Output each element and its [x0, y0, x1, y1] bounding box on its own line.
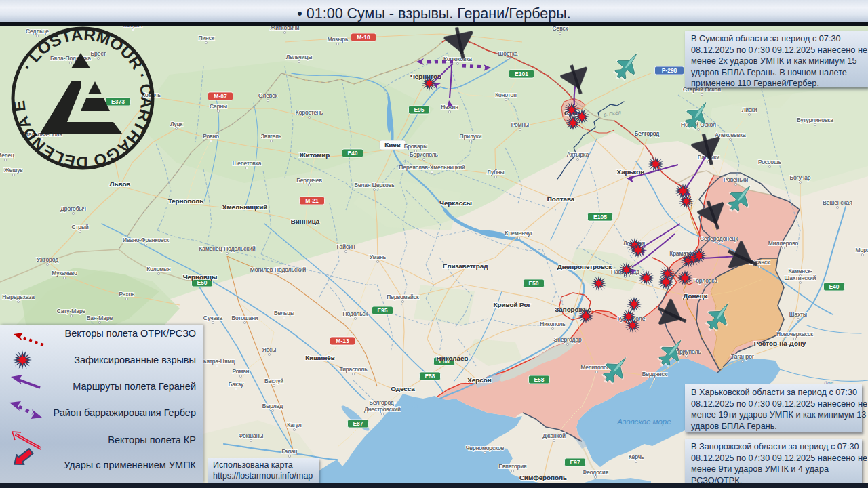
- svg-text:Черкассы: Черкассы: [439, 199, 472, 207]
- svg-text:E58: E58: [425, 373, 435, 380]
- svg-text:Винница: Винница: [291, 218, 320, 225]
- svg-text:E95: E95: [377, 307, 387, 314]
- svg-text:Ровно: Ровно: [203, 133, 219, 140]
- svg-text:E40: E40: [347, 150, 357, 157]
- svg-text:Керчь: Керчь: [629, 453, 644, 460]
- svg-text:Лубны: Лубны: [487, 169, 504, 176]
- svg-text:Киев: Киев: [384, 141, 400, 148]
- svg-text:Бакэу: Бакэу: [229, 381, 244, 388]
- svg-text:Сучава: Сучава: [203, 314, 223, 321]
- svg-text:E97: E97: [570, 459, 580, 466]
- svg-text:Пинск: Пинск: [198, 35, 214, 41]
- svg-text:M-07: M-07: [214, 93, 227, 100]
- svg-text:Белгород: Белгород: [635, 130, 659, 137]
- svg-text:M-10: M-10: [357, 34, 370, 41]
- svg-text:Сату-Маре: Сату-Маре: [57, 308, 86, 314]
- svg-text:M-21: M-21: [305, 197, 319, 204]
- svg-text:E50: E50: [528, 280, 538, 287]
- svg-text:Бельцы: Бельцы: [274, 310, 294, 317]
- svg-text:Олевск: Олевск: [258, 92, 278, 99]
- svg-text:Елизаветград: Елизаветград: [443, 262, 488, 270]
- svg-text:Галац: Галац: [281, 448, 297, 455]
- svg-text:Северодонецк: Северодонецк: [700, 235, 738, 242]
- svg-text:Коростень: Коростень: [296, 109, 323, 116]
- svg-text:Первомайск: Первомайск: [387, 293, 419, 300]
- svg-text:Донецк: Донецк: [683, 292, 707, 300]
- svg-text:Звягель: Звягель: [261, 133, 282, 140]
- svg-text:Полтава: Полтава: [547, 195, 575, 203]
- svg-text:Кагул: Кагул: [287, 422, 302, 428]
- svg-text:E95: E95: [414, 106, 424, 113]
- svg-text:E105: E105: [593, 214, 607, 220]
- svg-text:Тирасполь: Тирасполь: [339, 366, 368, 373]
- svg-text:Борисполь: Борисполь: [410, 151, 439, 158]
- svg-text:Днепропетровск: Днепропетровск: [557, 263, 612, 270]
- svg-text:Лиски: Лиски: [742, 106, 757, 113]
- svg-text:Богучар: Богучар: [789, 174, 810, 181]
- svg-text:Хмельницкий: Хмельницкий: [222, 203, 267, 211]
- svg-text:Львов: Львов: [110, 180, 131, 188]
- svg-text:Переяслав-Хмельницкий: Переяслав-Хмельницкий: [399, 164, 465, 171]
- svg-text:Мозырь: Мозырь: [328, 36, 349, 43]
- svg-text:Могилёв-Подольский: Могилёв-Подольский: [250, 266, 307, 273]
- svg-text:Тернополь: Тернополь: [168, 197, 204, 205]
- svg-text:Моро: Моро: [855, 247, 868, 253]
- svg-text:Бырлад: Бырлад: [262, 403, 283, 409]
- svg-text:Коломыя: Коломыя: [146, 266, 170, 272]
- svg-text:Сарны: Сарны: [210, 103, 227, 110]
- svg-text:Ивано-Франковск: Ивано-Франковск: [123, 237, 169, 243]
- svg-text:· LOSTARMOUR · CARTHAGO DELEND: · LOSTARMOUR · CARTHAGO DELENDA EST: [9, 25, 155, 171]
- svg-text:Ростов-на-Дону: Ростов-на-Дону: [754, 340, 806, 347]
- svg-text:Горловка: Горловка: [693, 277, 717, 284]
- svg-text:Кривой Рог: Кривой Рог: [494, 301, 531, 308]
- svg-text:Бровары: Бровары: [404, 143, 428, 150]
- svg-text:Херсон: Херсон: [467, 376, 491, 384]
- svg-text:Ахтырка: Ахтырка: [567, 151, 589, 158]
- svg-text:Кременчуг: Кременчуг: [505, 230, 533, 237]
- svg-text:Луцк: Луцк: [170, 121, 183, 127]
- svg-text:Севск: Севск: [553, 26, 568, 32]
- svg-text:Черновцы: Черновцы: [183, 273, 218, 281]
- svg-text:Симферополь: Симферополь: [519, 474, 567, 481]
- svg-text:Корюковка: Корюковка: [443, 56, 472, 62]
- svg-text:Дрогобыч: Дрогобыч: [60, 205, 86, 212]
- svg-text:Ромны: Ромны: [511, 121, 529, 128]
- svg-text:Белгород-: Белгород-: [369, 399, 395, 406]
- svg-text:Кишинёв: Кишинёв: [305, 354, 335, 361]
- svg-text:Бердянск: Бердянск: [642, 371, 667, 378]
- svg-text:Ровеньки: Ровеньки: [724, 176, 749, 183]
- svg-text:Миллерово: Миллерово: [768, 240, 799, 247]
- svg-text:Яссы: Яссы: [262, 346, 276, 353]
- svg-text:Умань: Умань: [370, 253, 387, 260]
- svg-text:Джанкой: Джанкой: [542, 432, 566, 439]
- svg-text:Никополь: Никополь: [540, 321, 566, 327]
- svg-text:E40: E40: [829, 283, 839, 290]
- svg-text:Житомир: Житомир: [299, 151, 330, 159]
- svg-text:P-298: P-298: [662, 67, 677, 74]
- svg-text:Прилуки: Прилуки: [460, 133, 482, 140]
- svg-text:Шостка: Шостка: [498, 50, 518, 57]
- svg-text:Евпатория: Евпатория: [498, 463, 526, 470]
- svg-text:Ботошани: Ботошани: [231, 314, 258, 321]
- svg-text:Бая-Маре: Бая-Маре: [87, 314, 113, 321]
- svg-text:Таганрог: Таганрог: [731, 353, 754, 360]
- svg-text:Мукачево: Мукачево: [52, 270, 77, 277]
- svg-text:Ныредьхаза: Ныредьхаза: [2, 293, 35, 300]
- svg-text:Васлуй: Васлуй: [264, 378, 284, 384]
- svg-text:Каменск-: Каменск-: [788, 268, 812, 274]
- svg-text:Стрый: Стрый: [71, 224, 89, 230]
- svg-text:Гайсин: Гайсин: [337, 243, 355, 250]
- svg-text:Конотоп: Конотоп: [495, 92, 517, 98]
- svg-text:Белая Церковь: Белая Церковь: [354, 182, 395, 188]
- svg-text:Шахты: Шахты: [789, 311, 807, 318]
- svg-text:E101: E101: [515, 70, 528, 77]
- svg-text:E87: E87: [353, 420, 363, 427]
- svg-text:Шахтинский: Шахтинский: [785, 274, 816, 281]
- svg-text:Азовское море: Азовское море: [616, 418, 671, 426]
- svg-text:Фокшаны: Фокшаны: [239, 432, 264, 439]
- svg-text:Шепетовка: Шепетовка: [233, 160, 262, 167]
- svg-text:Роман: Роман: [233, 368, 250, 375]
- svg-text:Днестровский: Днестровский: [364, 406, 401, 413]
- svg-text:Ужгород: Ужгород: [37, 256, 58, 263]
- svg-text:Новочеркасск: Новочеркасск: [776, 331, 813, 338]
